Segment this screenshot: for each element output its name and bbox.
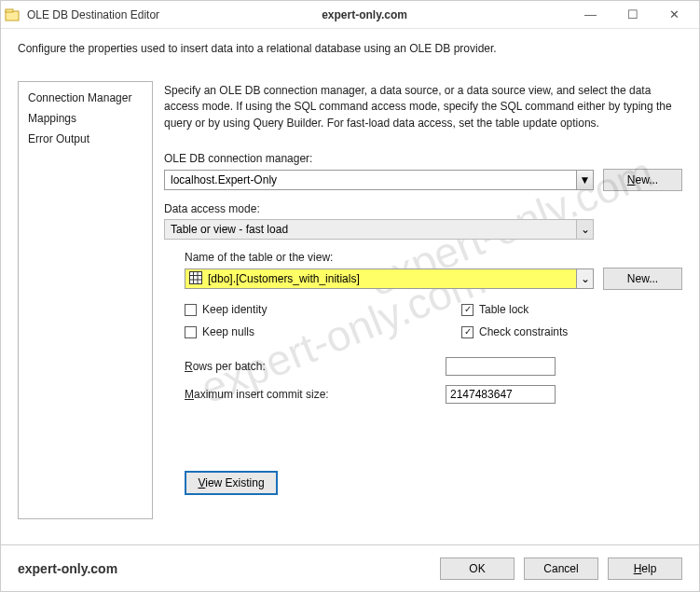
content-panel: Specify an OLE DB connection manager, a …	[164, 81, 682, 519]
access-mode-combo[interactable]: Table or view - fast load ⌄	[164, 219, 594, 240]
rows-per-batch-label: Rows per batch:	[185, 360, 446, 373]
keep-identity-checkbox[interactable]: Keep identity	[185, 303, 405, 316]
max-commit-label: Maximum insert commit size:	[185, 388, 446, 401]
conn-manager-combo[interactable]: localhost.Expert-Only ▼	[164, 170, 594, 190]
svg-rect-2	[190, 271, 202, 283]
access-mode-value: Table or view - fast load	[171, 223, 288, 236]
close-button[interactable]: ✕	[653, 2, 695, 28]
header-description: Configure the properties used to insert …	[1, 29, 699, 81]
table-name-label: Name of the table or the view:	[185, 251, 682, 264]
sidebar-item-error-output[interactable]: Error Output	[28, 129, 143, 149]
cancel-button[interactable]: Cancel	[524, 558, 598, 580]
checkbox-icon	[185, 304, 197, 316]
checkbox-icon	[185, 326, 197, 338]
table-new-button-label: New...	[627, 272, 658, 285]
keep-nulls-checkbox[interactable]: Keep nulls	[185, 325, 405, 338]
titlebar: OLE DB Destination Editor expert-only.co…	[1, 1, 699, 29]
access-mode-label: Data access mode:	[164, 202, 682, 215]
conn-manager-value: localhost.Expert-Only	[171, 173, 277, 186]
conn-new-button[interactable]: New...	[603, 169, 682, 191]
conn-new-button-label: New...	[627, 173, 658, 186]
check-constraints-checkbox[interactable]: ✓ Check constraints	[461, 325, 682, 338]
main-area: Connection Manager Mappings Error Output…	[1, 81, 699, 519]
window-title: OLE DB Destination Editor	[27, 8, 159, 21]
conn-manager-label: OLE DB connection manager:	[164, 152, 682, 165]
cancel-label: Cancel	[543, 562, 578, 575]
max-commit-label-text: aximum insert commit size:	[194, 388, 329, 401]
rows-per-batch-input[interactable]	[446, 357, 556, 376]
ok-label: OK	[469, 562, 485, 575]
keep-identity-label: Keep identity	[202, 303, 267, 316]
table-new-button[interactable]: New...	[603, 268, 682, 290]
help-button[interactable]: Help	[608, 558, 682, 580]
table-icon	[189, 271, 202, 287]
ok-button[interactable]: OK	[440, 558, 515, 580]
footer-brand: expert-only.com	[18, 561, 431, 576]
brand-center: expert-only.com	[159, 8, 570, 21]
chevron-down-icon[interactable]: ⌄	[576, 220, 593, 239]
maximize-button[interactable]: ☐	[611, 2, 653, 28]
instructions-text: Specify an OLE DB connection manager, a …	[164, 83, 682, 131]
app-icon	[5, 7, 20, 22]
table-lock-checkbox[interactable]: ✓ Table lock	[461, 303, 682, 316]
sidebar: Connection Manager Mappings Error Output	[18, 81, 153, 519]
view-existing-button[interactable]: View Existing	[185, 471, 278, 495]
dialog-footer: expert-only.com OK Cancel Help	[1, 544, 699, 591]
checkbox-checked-icon: ✓	[461, 304, 474, 316]
sidebar-item-mappings[interactable]: Mappings	[28, 108, 143, 129]
window-controls: — ☐ ✕	[570, 2, 695, 28]
table-name-combo[interactable]: [dbo].[Customers_with_initials] ⌄	[185, 268, 594, 289]
svg-rect-1	[6, 9, 13, 12]
sidebar-item-connection-manager[interactable]: Connection Manager	[28, 88, 143, 108]
keep-nulls-label: Keep nulls	[202, 325, 254, 338]
view-existing-label: View Existing	[198, 476, 264, 489]
chevron-down-icon[interactable]: ⌄	[576, 269, 593, 288]
help-label: Help	[634, 562, 657, 575]
chevron-down-icon[interactable]: ▼	[576, 171, 593, 189]
checkbox-checked-icon: ✓	[461, 326, 474, 338]
fast-load-options: Keep identity ✓ Table lock Keep nulls ✓ …	[185, 303, 682, 338]
table-name-value: [dbo].[Customers_with_initials]	[208, 272, 360, 285]
rows-per-batch-label-text: ows per batch:	[193, 360, 266, 373]
max-commit-input[interactable]	[446, 385, 556, 404]
check-constraints-label: Check constraints	[479, 325, 568, 338]
minimize-button[interactable]: —	[570, 2, 611, 28]
table-lock-label: Table lock	[479, 303, 528, 316]
